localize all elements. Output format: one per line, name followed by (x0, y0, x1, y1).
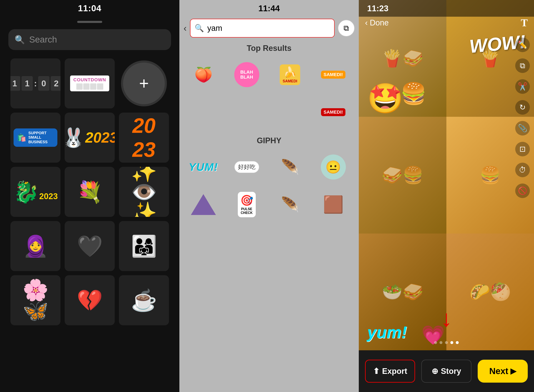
banana-emoji: 🍌 (283, 66, 296, 78)
pulse-text: PULSECHECK (241, 207, 253, 215)
story-icon: ⊕ (431, 367, 438, 376)
sticker-2023-art[interactable]: 2023 (119, 113, 169, 163)
support-text: SUPPORTSMALLBUSINESS (28, 131, 47, 145)
woman-emoji: 🧕 (23, 236, 49, 257)
sticker-support[interactable]: 🛍️ SUPPORTSMALLBUSINESS (10, 113, 61, 163)
search-placeholder-1: Search (29, 35, 57, 45)
result-peach[interactable]: 🍑 (183, 57, 223, 92)
samedi-sticker-1: Samedi! (321, 71, 345, 79)
giphy-chinese[interactable]: 好好吃 (227, 149, 267, 185)
sticker-mug[interactable]: ☕ (119, 275, 169, 325)
sticker-2023-bunny[interactable]: 🐰 2023 (65, 113, 115, 163)
giphy-pulse[interactable]: 🎯 PULSECHECK (227, 187, 267, 222)
status-bar-3: 11:23 (359, 0, 534, 17)
sticker-heart-black[interactable]: 🖤 (65, 221, 115, 271)
pencil-icon[interactable]: ✏️ (515, 37, 530, 52)
result-samedi1[interactable]: Samedi! (314, 57, 353, 92)
giphy-choco[interactable]: 🟫 (314, 187, 353, 222)
broken-heart-emoji: 💔 (77, 290, 103, 311)
chevron-left-icon: ‹ (365, 18, 368, 27)
sticker-grid: 1 1 : 0 2 COUNTDOWN + (8, 58, 171, 325)
panel-sticker-picker: 11:04 🔍 Search 1 1 : 0 2 COUNTDOWN (0, 0, 179, 392)
giphy-feather1[interactable]: 🪶 (270, 149, 310, 185)
top-results-grid: 🍑 BLAHBLAH 🍌 SAMEDI Samedi! (183, 57, 355, 92)
story-button[interactable]: ⊕ Story (421, 360, 471, 383)
export-label: Export (382, 367, 407, 376)
year-text: 2023 (85, 129, 115, 146)
sticker-dragon[interactable]: 🐉2023 (10, 167, 61, 217)
banana-sticker: 🍌 SAMEDI (280, 65, 300, 85)
result-banana[interactable]: 🍌 SAMEDI (270, 57, 310, 92)
dot-2 (440, 341, 442, 344)
burger-sticker[interactable]: 🍔 (401, 81, 426, 106)
dot-5 (456, 341, 459, 344)
export-button[interactable]: ⬆ Export (365, 360, 415, 383)
copy-tool-icon[interactable]: ⧉ (515, 58, 530, 73)
countdown-bars (76, 83, 103, 90)
red-arrow-down-icon: ↓ (441, 305, 452, 331)
sticker-digits[interactable]: 1 1 : 0 2 (10, 58, 61, 108)
countdown-label-text: COUNTDOWN (73, 77, 106, 83)
yum-text: YUM! (189, 161, 218, 173)
heart-flowers-emoji: 💐 (77, 181, 103, 202)
family-emoji: 👨‍👩‍👧 (131, 236, 157, 257)
result-blah[interactable]: BLAHBLAH (227, 57, 267, 92)
sticker-broken-heart[interactable]: 💔 (65, 275, 115, 325)
progress-dots (434, 341, 459, 344)
done-label: Done (370, 18, 389, 27)
digit-display: 1 1 : 0 2 (10, 76, 61, 91)
back-button-2[interactable]: ‹ (183, 23, 187, 33)
heart-black-emoji: 🖤 (77, 236, 103, 257)
next-button[interactable]: Next ▶ (478, 360, 528, 383)
feather-emoji-1: 🪶 (281, 159, 299, 176)
search-icon-2: 🔍 (195, 24, 204, 33)
dragon-emoji: 🐉2023 (13, 181, 58, 202)
food-cell-3 (359, 117, 446, 233)
sticker-fierce[interactable]: ✨👁️✨ (119, 167, 169, 217)
drag-handle[interactable] (77, 21, 102, 23)
sticker-woman[interactable]: 🧕 (10, 221, 61, 271)
giphy-yum[interactable]: YUM! (183, 149, 223, 185)
giphy-triangle[interactable] (183, 187, 223, 222)
timer-icon[interactable]: ⏱ (515, 163, 530, 177)
back-done-area[interactable]: ‹ Done (365, 18, 389, 27)
choco-emoji: 🟫 (323, 195, 344, 214)
search-icon-1: 🔍 (15, 35, 25, 45)
support-sticker: 🛍️ SUPPORTSMALLBUSINESS (14, 128, 57, 147)
add-button[interactable]: + (123, 63, 165, 104)
copy-icon[interactable]: ⧉ (338, 20, 355, 37)
search-top-row: ‹ 🔍 yam ⧉ (183, 19, 355, 37)
giphy-feather2[interactable]: 🪶 (270, 187, 310, 222)
sticker-family[interactable]: 👨‍👩‍👧 (119, 221, 169, 271)
paperclip-icon[interactable]: 📎 (515, 121, 530, 135)
text-tool-icon[interactable]: T (521, 17, 528, 29)
scissors-icon[interactable]: ✂️ (515, 79, 530, 94)
star-sticker[interactable]: 🤩 (367, 81, 404, 116)
mug-emoji: ☕ (131, 290, 157, 311)
ban-icon[interactable]: 🚫 (515, 183, 530, 198)
bar-4 (97, 83, 103, 90)
sticker-floral[interactable]: 🌸🦋 (10, 275, 61, 325)
giphy-grid-1: YUM! 好好吃 🪶 😐 (183, 149, 355, 185)
bar-2 (83, 83, 89, 90)
samedi-sticker-2: SAMEDI! (321, 108, 345, 116)
status-time-3: 11:23 (367, 4, 389, 13)
yum-sticker[interactable]: yum! (367, 323, 407, 342)
chinese-bubble: 好好吃 (234, 161, 259, 173)
dot-3 (445, 341, 448, 344)
sticker-add[interactable]: + (121, 61, 167, 106)
pulse-check: 🎯 PULSECHECK (238, 192, 256, 217)
result-samedi2[interactable]: SAMEDI! (314, 94, 353, 130)
next-arrow-icon: ▶ (511, 367, 516, 376)
search-bar-1[interactable]: 🔍 Search (8, 29, 171, 50)
panel-photo-editor: 11:23 ‹ Done T WOW! 🤩 🍔 yum! 💗 ✏️ ⧉ ✂️ ↻… (359, 0, 534, 392)
digit-sep-1: : (34, 79, 37, 88)
status-time-1: 11:04 (78, 3, 101, 13)
giphy-face[interactable]: 😐 (314, 149, 353, 185)
crop-icon[interactable]: ⊡ (515, 142, 530, 156)
sticker-heart-flowers[interactable]: 💐 (65, 167, 115, 217)
search-box-2[interactable]: 🔍 yam (190, 19, 335, 37)
digit-3: 0 (38, 76, 49, 91)
sticker-countdown[interactable]: COUNTDOWN (65, 58, 115, 108)
rotate-icon[interactable]: ↻ (515, 100, 530, 115)
